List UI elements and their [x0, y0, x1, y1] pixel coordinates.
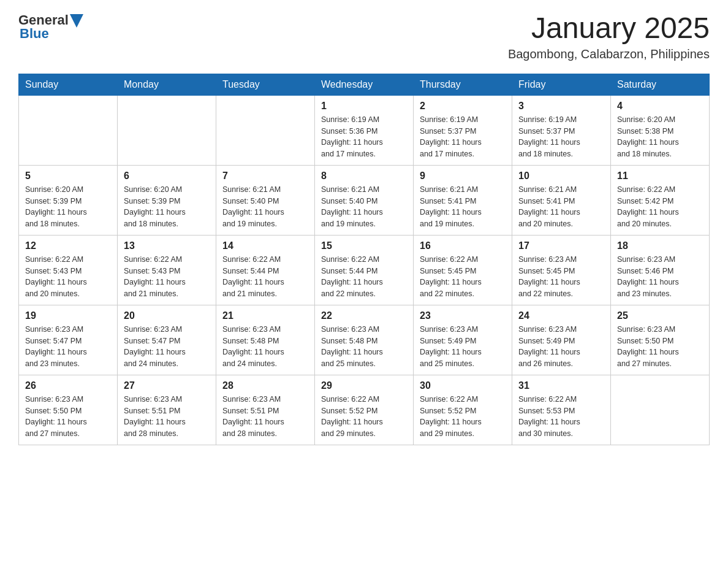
calendar-cell: 29Sunrise: 6:22 AMSunset: 5:52 PMDayligh… [315, 375, 414, 445]
day-info: Sunrise: 6:22 AMSunset: 5:53 PMDaylight:… [518, 394, 604, 440]
calendar-cell [216, 95, 315, 165]
day-number: 24 [518, 310, 604, 321]
day-number: 26 [25, 380, 111, 391]
calendar-cell: 27Sunrise: 6:23 AMSunset: 5:51 PMDayligh… [118, 375, 216, 445]
weekday-header-wednesday: Wednesday [315, 74, 414, 95]
logo: General Blue [18, 12, 83, 42]
weekday-header-tuesday: Tuesday [216, 74, 315, 95]
title-section: January 2025 Bagombong, Calabarzon, Phil… [508, 12, 710, 61]
day-number: 15 [321, 240, 407, 251]
day-info: Sunrise: 6:21 AMSunset: 5:41 PMDaylight:… [420, 184, 506, 230]
calendar-cell: 15Sunrise: 6:22 AMSunset: 5:44 PMDayligh… [315, 235, 414, 305]
weekday-header-saturday: Saturday [611, 74, 710, 95]
calendar-cell: 8Sunrise: 6:21 AMSunset: 5:40 PMDaylight… [315, 165, 414, 235]
day-number: 22 [321, 310, 407, 321]
day-number: 25 [617, 310, 703, 321]
day-info: Sunrise: 6:23 AMSunset: 5:48 PMDaylight:… [222, 324, 308, 370]
weekday-header-friday: Friday [512, 74, 611, 95]
calendar-cell: 4Sunrise: 6:20 AMSunset: 5:38 PMDaylight… [611, 95, 710, 165]
calendar-cell: 30Sunrise: 6:22 AMSunset: 5:52 PMDayligh… [414, 375, 512, 445]
svg-marker-0 [70, 14, 83, 28]
calendar-cell [611, 375, 710, 445]
calendar-cell: 9Sunrise: 6:21 AMSunset: 5:41 PMDaylight… [414, 165, 512, 235]
calendar-cell: 3Sunrise: 6:19 AMSunset: 5:37 PMDaylight… [512, 95, 611, 165]
calendar-cell: 20Sunrise: 6:23 AMSunset: 5:47 PMDayligh… [118, 305, 216, 375]
day-number: 23 [420, 310, 506, 321]
calendar-cell: 7Sunrise: 6:21 AMSunset: 5:40 PMDaylight… [216, 165, 315, 235]
day-number: 29 [321, 380, 407, 391]
calendar-cell: 12Sunrise: 6:22 AMSunset: 5:43 PMDayligh… [19, 235, 118, 305]
day-info: Sunrise: 6:22 AMSunset: 5:43 PMDaylight:… [25, 254, 111, 300]
day-info: Sunrise: 6:22 AMSunset: 5:43 PMDaylight:… [124, 254, 210, 300]
month-title: January 2025 [508, 12, 710, 45]
calendar-cell [118, 95, 216, 165]
day-number: 8 [321, 170, 407, 182]
calendar-cell: 2Sunrise: 6:19 AMSunset: 5:37 PMDaylight… [414, 95, 512, 165]
day-info: Sunrise: 6:23 AMSunset: 5:47 PMDaylight:… [25, 324, 111, 370]
calendar-cell: 22Sunrise: 6:23 AMSunset: 5:48 PMDayligh… [315, 305, 414, 375]
day-number: 5 [25, 170, 111, 182]
day-number: 1 [321, 101, 407, 112]
day-number: 9 [420, 170, 506, 182]
calendar-week-row: 26Sunrise: 6:23 AMSunset: 5:50 PMDayligh… [19, 375, 710, 445]
day-info: Sunrise: 6:21 AMSunset: 5:41 PMDaylight:… [518, 184, 604, 230]
day-info: Sunrise: 6:22 AMSunset: 5:52 PMDaylight:… [420, 394, 506, 440]
day-info: Sunrise: 6:21 AMSunset: 5:40 PMDaylight:… [222, 184, 308, 230]
location: Bagombong, Calabarzon, Philippines [508, 47, 710, 61]
logo-triangle-icon [70, 14, 83, 28]
day-number: 21 [222, 310, 308, 321]
day-info: Sunrise: 6:23 AMSunset: 5:48 PMDaylight:… [321, 324, 407, 370]
day-number: 10 [518, 170, 604, 182]
calendar-cell: 25Sunrise: 6:23 AMSunset: 5:50 PMDayligh… [611, 305, 710, 375]
calendar-cell: 19Sunrise: 6:23 AMSunset: 5:47 PMDayligh… [19, 305, 118, 375]
day-info: Sunrise: 6:22 AMSunset: 5:52 PMDaylight:… [321, 394, 407, 440]
day-info: Sunrise: 6:21 AMSunset: 5:40 PMDaylight:… [321, 184, 407, 230]
day-info: Sunrise: 6:20 AMSunset: 5:38 PMDaylight:… [617, 114, 703, 160]
day-info: Sunrise: 6:20 AMSunset: 5:39 PMDaylight:… [124, 184, 210, 230]
day-info: Sunrise: 6:19 AMSunset: 5:37 PMDaylight:… [420, 114, 506, 160]
calendar-cell: 26Sunrise: 6:23 AMSunset: 5:50 PMDayligh… [19, 375, 118, 445]
calendar-table: SundayMondayTuesdayWednesdayThursdayFrid… [18, 74, 710, 445]
calendar-cell: 11Sunrise: 6:22 AMSunset: 5:42 PMDayligh… [611, 165, 710, 235]
calendar-cell [19, 95, 118, 165]
day-info: Sunrise: 6:23 AMSunset: 5:50 PMDaylight:… [25, 394, 111, 440]
day-info: Sunrise: 6:23 AMSunset: 5:45 PMDaylight:… [518, 254, 604, 300]
calendar-cell: 10Sunrise: 6:21 AMSunset: 5:41 PMDayligh… [512, 165, 611, 235]
calendar-cell: 28Sunrise: 6:23 AMSunset: 5:51 PMDayligh… [216, 375, 315, 445]
day-number: 16 [420, 240, 506, 251]
weekday-header-thursday: Thursday [414, 74, 512, 95]
day-number: 11 [617, 170, 703, 182]
day-number: 13 [124, 240, 210, 251]
day-info: Sunrise: 6:20 AMSunset: 5:39 PMDaylight:… [25, 184, 111, 230]
day-info: Sunrise: 6:19 AMSunset: 5:37 PMDaylight:… [518, 114, 604, 160]
calendar-cell: 21Sunrise: 6:23 AMSunset: 5:48 PMDayligh… [216, 305, 315, 375]
logo-blue: Blue [20, 26, 49, 42]
day-number: 3 [518, 101, 604, 112]
day-number: 31 [518, 380, 604, 391]
day-info: Sunrise: 6:22 AMSunset: 5:45 PMDaylight:… [420, 254, 506, 300]
day-number: 2 [420, 101, 506, 112]
page-header: General Blue January 2025 Bagombong, Cal… [18, 12, 710, 61]
day-info: Sunrise: 6:22 AMSunset: 5:44 PMDaylight:… [321, 254, 407, 300]
calendar-cell: 13Sunrise: 6:22 AMSunset: 5:43 PMDayligh… [118, 235, 216, 305]
day-number: 19 [25, 310, 111, 321]
day-info: Sunrise: 6:23 AMSunset: 5:51 PMDaylight:… [124, 394, 210, 440]
calendar-week-row: 12Sunrise: 6:22 AMSunset: 5:43 PMDayligh… [19, 235, 710, 305]
calendar-cell: 14Sunrise: 6:22 AMSunset: 5:44 PMDayligh… [216, 235, 315, 305]
day-number: 14 [222, 240, 308, 251]
calendar-cell: 17Sunrise: 6:23 AMSunset: 5:45 PMDayligh… [512, 235, 611, 305]
day-number: 18 [617, 240, 703, 251]
day-number: 28 [222, 380, 308, 391]
day-number: 6 [124, 170, 210, 182]
calendar-week-row: 1Sunrise: 6:19 AMSunset: 5:36 PMDaylight… [19, 95, 710, 165]
day-number: 17 [518, 240, 604, 251]
calendar-cell: 23Sunrise: 6:23 AMSunset: 5:49 PMDayligh… [414, 305, 512, 375]
day-number: 12 [25, 240, 111, 251]
day-info: Sunrise: 6:22 AMSunset: 5:44 PMDaylight:… [222, 254, 308, 300]
calendar-cell: 18Sunrise: 6:23 AMSunset: 5:46 PMDayligh… [611, 235, 710, 305]
day-number: 7 [222, 170, 308, 182]
day-number: 30 [420, 380, 506, 391]
weekday-header-sunday: Sunday [19, 74, 118, 95]
day-info: Sunrise: 6:23 AMSunset: 5:50 PMDaylight:… [617, 324, 703, 370]
day-number: 27 [124, 380, 210, 391]
